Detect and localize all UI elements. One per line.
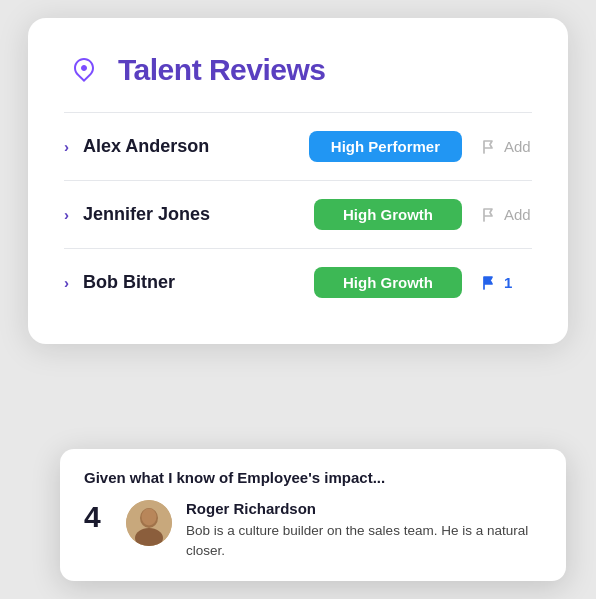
person-row-bob: › Bob Bitner High Growth 1 <box>64 249 532 316</box>
flag-icon-bob-active <box>480 274 498 292</box>
tooltip-card: Given what I know of Employee's impact..… <box>60 449 566 582</box>
person-name-alex: Alex Anderson <box>83 136 309 157</box>
badge-jennifer: High Growth <box>314 199 462 230</box>
person-row-jennifer: › Jennifer Jones High Growth Add <box>64 181 532 248</box>
flag-icon-alex <box>480 138 498 156</box>
badge-alex: High Performer <box>309 131 462 162</box>
person-row-alex: › Alex Anderson High Performer Add <box>64 113 532 180</box>
chevron-icon-bob[interactable]: › <box>64 274 69 291</box>
person-name-jennifer: Jennifer Jones <box>83 204 314 225</box>
card-header: Talent Reviews <box>64 50 532 90</box>
flag-count-bob: 1 <box>504 274 512 291</box>
flag-label-alex: Add <box>504 138 531 155</box>
chevron-icon-alex[interactable]: › <box>64 138 69 155</box>
flag-icon-jennifer <box>480 206 498 224</box>
tooltip-score: 4 <box>84 502 112 532</box>
page-title: Talent Reviews <box>118 53 326 87</box>
avatar <box>126 500 172 546</box>
badge-bob: High Growth <box>314 267 462 298</box>
svg-point-4 <box>142 508 157 525</box>
talent-reviews-icon <box>64 50 104 90</box>
reviewer-name: Roger Richardson <box>186 500 542 517</box>
chevron-icon-jennifer[interactable]: › <box>64 206 69 223</box>
person-name-bob: Bob Bitner <box>83 272 314 293</box>
tooltip-title: Given what I know of Employee's impact..… <box>84 469 542 486</box>
flag-active-bob[interactable]: 1 <box>480 274 532 292</box>
tooltip-body: 4 Roger Richardson Bob is a culture buil… <box>84 500 542 562</box>
flag-add-alex[interactable]: Add <box>480 138 532 156</box>
flag-label-jennifer: Add <box>504 206 531 223</box>
flag-add-jennifer[interactable]: Add <box>480 206 532 224</box>
main-card: Talent Reviews › Alex Anderson High Perf… <box>28 18 568 344</box>
tooltip-info: Roger Richardson Bob is a culture builde… <box>186 500 542 562</box>
reviewer-comment: Bob is a culture builder on the sales te… <box>186 521 542 562</box>
